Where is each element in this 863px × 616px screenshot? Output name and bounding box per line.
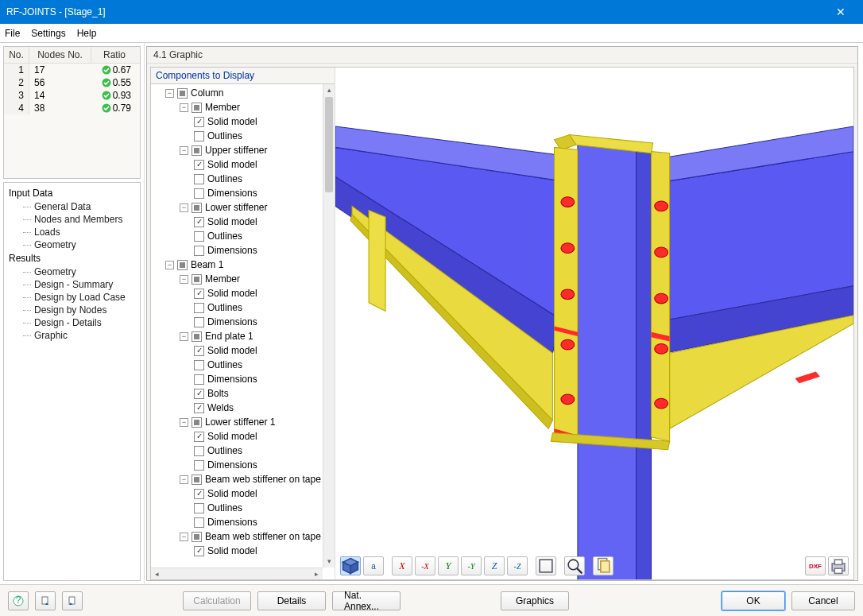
col-ratio[interactable]: Ratio bbox=[91, 47, 137, 63]
menu-settings[interactable]: Settings bbox=[31, 28, 65, 39]
tree-dimensions[interactable]: Dimensions bbox=[154, 315, 335, 329]
checkbox-icon[interactable] bbox=[192, 274, 202, 285]
nav-item[interactable]: Design - Summary bbox=[6, 278, 138, 291]
checkbox-icon[interactable] bbox=[192, 203, 202, 213]
tree-solid[interactable]: Solid model bbox=[154, 286, 335, 300]
tree-outlines[interactable]: Outlines bbox=[154, 129, 335, 143]
checkbox-icon[interactable] bbox=[194, 174, 204, 184]
checkbox-icon[interactable] bbox=[194, 317, 204, 327]
tree-solid[interactable]: Solid model bbox=[154, 114, 335, 129]
nav-item[interactable]: Loads bbox=[6, 226, 138, 238]
tree-endplate1[interactable]: −End plate 1 bbox=[154, 329, 335, 343]
tree-bw-stiff[interactable]: −Beam web stiffener on tape bbox=[154, 472, 335, 486]
view-ortho-button[interactable]: a bbox=[363, 556, 384, 575]
checkbox-icon[interactable] bbox=[177, 260, 188, 270]
nav-results[interactable]: Results bbox=[6, 251, 138, 265]
tree-dimensions[interactable]: Dimensions bbox=[154, 372, 335, 386]
tree-lower-stiff[interactable]: −Lower stiffener bbox=[154, 200, 335, 215]
tree-solid[interactable]: Solid model bbox=[154, 429, 335, 444]
scroll-down-icon[interactable]: ▾ bbox=[323, 556, 335, 568]
nav-item[interactable]: General Data bbox=[6, 200, 138, 213]
checkbox-icon[interactable] bbox=[192, 475, 202, 485]
checkbox-icon[interactable] bbox=[194, 360, 204, 370]
table-row[interactable]: 3 14 0.93 bbox=[4, 89, 140, 102]
menu-help[interactable]: Help bbox=[77, 28, 97, 39]
report-prev-button[interactable] bbox=[35, 591, 56, 610]
tree-outlines[interactable]: Outlines bbox=[154, 501, 335, 515]
tree-member[interactable]: −Member bbox=[154, 100, 335, 114]
tree-solid[interactable]: Solid model bbox=[154, 544, 335, 558]
nav-item[interactable]: Geometry bbox=[6, 238, 138, 251]
checkbox-icon[interactable] bbox=[194, 517, 204, 528]
details-button[interactable]: Details bbox=[257, 591, 326, 610]
copy-button[interactable] bbox=[593, 556, 613, 575]
collapse-icon[interactable]: − bbox=[180, 103, 188, 112]
collapse-icon[interactable]: − bbox=[180, 203, 188, 212]
table-row[interactable]: 4 38 0.79 bbox=[4, 102, 140, 114]
nav-item[interactable]: Graphic bbox=[6, 329, 138, 342]
view-x-button[interactable]: X bbox=[392, 556, 412, 575]
checkbox-icon[interactable] bbox=[194, 460, 204, 471]
menu-file[interactable]: File bbox=[5, 28, 20, 39]
tree-outlines[interactable]: Outlines bbox=[154, 172, 335, 186]
checkbox-icon[interactable] bbox=[194, 403, 204, 413]
hscrollbar[interactable]: ◂ ▸ bbox=[151, 568, 323, 579]
tree-upper-stiff[interactable]: −Upper stiffener bbox=[154, 143, 335, 157]
table-row[interactable]: 1 17 0.67 bbox=[4, 64, 140, 76]
nav-item[interactable]: Nodes and Members bbox=[6, 213, 138, 226]
tree-dimensions[interactable]: Dimensions bbox=[154, 458, 335, 472]
tree-outlines[interactable]: Outlines bbox=[154, 358, 335, 372]
tree-welds[interactable]: Welds bbox=[154, 401, 335, 415]
tree-member[interactable]: −Member bbox=[154, 272, 335, 286]
tree-solid[interactable]: Solid model bbox=[154, 486, 335, 501]
scroll-right-icon[interactable]: ▸ bbox=[311, 568, 323, 579]
checkbox-icon[interactable] bbox=[192, 145, 202, 156]
nav-item[interactable]: Design by Load Case bbox=[6, 291, 138, 304]
checkbox-icon[interactable] bbox=[194, 217, 204, 227]
collapse-icon[interactable]: − bbox=[180, 418, 188, 427]
tree-dimensions[interactable]: Dimensions bbox=[154, 515, 335, 529]
collapse-icon[interactable]: − bbox=[165, 261, 174, 269]
checkbox-icon[interactable] bbox=[194, 246, 204, 256]
nav-item[interactable]: Geometry bbox=[6, 265, 138, 278]
checkbox-icon[interactable] bbox=[192, 103, 202, 113]
tree-lower-stiff1[interactable]: −Lower stiffener 1 bbox=[154, 415, 335, 429]
checkbox-icon[interactable] bbox=[194, 432, 204, 442]
report-next-button[interactable] bbox=[62, 591, 83, 610]
view-y-button[interactable]: Y bbox=[438, 556, 459, 575]
view-neg-x-button[interactable]: -X bbox=[415, 556, 435, 575]
checkbox-icon[interactable] bbox=[194, 131, 204, 141]
tree-dimensions[interactable]: Dimensions bbox=[154, 186, 335, 200]
collapse-icon[interactable]: − bbox=[165, 89, 174, 98]
view-fit-button[interactable] bbox=[536, 556, 556, 575]
collapse-icon[interactable]: − bbox=[180, 146, 188, 155]
nat-annex-button[interactable]: Nat. Annex... bbox=[332, 591, 401, 610]
checkbox-icon[interactable] bbox=[194, 346, 204, 356]
nav-item[interactable]: Design by Nodes bbox=[6, 304, 138, 316]
view-iso-button[interactable] bbox=[340, 556, 361, 575]
tree-bw-stiff[interactable]: −Beam web stiffener on tape bbox=[154, 529, 335, 544]
table-row[interactable]: 2 56 0.55 bbox=[4, 76, 140, 89]
collapse-icon[interactable]: − bbox=[180, 475, 188, 484]
checkbox-icon[interactable] bbox=[194, 374, 204, 385]
tree-bolts[interactable]: Bolts bbox=[154, 386, 335, 401]
checkbox-icon[interactable] bbox=[194, 446, 204, 456]
cancel-button[interactable]: Cancel bbox=[791, 591, 855, 610]
checkbox-icon[interactable] bbox=[192, 532, 202, 542]
checkbox-icon[interactable] bbox=[194, 546, 204, 556]
checkbox-icon[interactable] bbox=[194, 117, 204, 127]
view-neg-y-button[interactable]: -Y bbox=[461, 556, 482, 575]
tree-solid[interactable]: Solid model bbox=[154, 157, 335, 172]
graphics-button[interactable]: Graphics bbox=[501, 591, 569, 610]
collapse-icon[interactable]: − bbox=[180, 533, 188, 541]
checkbox-icon[interactable] bbox=[194, 289, 204, 299]
collapse-icon[interactable]: − bbox=[180, 275, 188, 284]
calculation-button[interactable]: Calculation bbox=[183, 591, 251, 610]
checkbox-icon[interactable] bbox=[194, 489, 204, 499]
close-icon[interactable]: ✕ bbox=[825, 6, 857, 18]
checkbox-icon[interactable] bbox=[194, 389, 204, 399]
tree-solid[interactable]: Solid model bbox=[154, 215, 335, 229]
checkbox-icon[interactable] bbox=[192, 417, 202, 428]
checkbox-icon[interactable] bbox=[192, 331, 202, 342]
checkbox-icon[interactable] bbox=[194, 231, 204, 242]
